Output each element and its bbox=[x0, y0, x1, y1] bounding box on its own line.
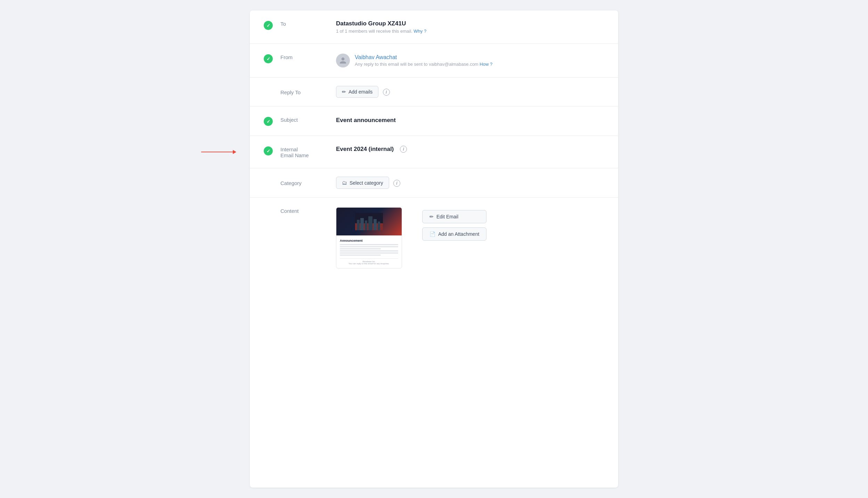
from-label: From bbox=[280, 54, 336, 60]
content-area: Announcement Almabase Inc. You can reply… bbox=[336, 207, 604, 268]
arrow-line bbox=[201, 152, 236, 152]
subject-content: Event announcement bbox=[336, 116, 604, 124]
attachment-icon: 📄 bbox=[429, 231, 435, 237]
from-info: Vaibhav Awachat Any reply to this email … bbox=[355, 54, 492, 67]
preview-text-line-2 bbox=[340, 246, 398, 247]
category-content: 🗂 Select category i bbox=[336, 177, 604, 189]
from-row: ✓ From Vaibhav Awachat Any reply to this… bbox=[250, 44, 618, 78]
how-link[interactable]: How ? bbox=[480, 62, 492, 67]
internal-email-value: Event 2024 (internal) i bbox=[336, 146, 407, 153]
to-group-name: Datastudio Group XZ41U bbox=[336, 20, 604, 27]
svg-rect-4 bbox=[365, 220, 367, 230]
reply-to-content: ✏ Add emails i bbox=[336, 86, 604, 98]
from-content: Vaibhav Awachat Any reply to this email … bbox=[336, 54, 604, 67]
category-row: Category 🗂 Select category i bbox=[250, 168, 618, 198]
preview-text-line-1 bbox=[340, 244, 398, 245]
email-preview: Announcement Almabase Inc. You can reply… bbox=[336, 207, 402, 268]
reply-to-info-icon[interactable]: i bbox=[383, 89, 390, 96]
to-check: ✓ bbox=[264, 20, 280, 30]
to-members-text: 1 of 1 members will receive this email. … bbox=[336, 29, 604, 34]
preview-footer: Almabase Inc. You can reply to this emai… bbox=[340, 258, 398, 265]
to-row: ✓ To Datastudio Group XZ41U 1 of 1 membe… bbox=[250, 10, 618, 44]
internal-label-line1: Internal bbox=[280, 146, 298, 152]
add-attachment-label: Add an Attachment bbox=[438, 231, 479, 237]
category-info-icon[interactable]: i bbox=[393, 180, 400, 187]
email-form: ✓ To Datastudio Group XZ41U 1 of 1 membe… bbox=[250, 10, 618, 488]
select-category-button[interactable]: 🗂 Select category bbox=[336, 177, 389, 189]
content-row: Content Announ bbox=[250, 198, 618, 278]
internal-email-info-icon[interactable]: i bbox=[400, 146, 407, 153]
edit-email-button[interactable]: ✏ Edit Email bbox=[422, 210, 486, 223]
pencil-icon: ✏ bbox=[342, 89, 346, 95]
internal-email-name-text: Event 2024 (internal) bbox=[336, 146, 394, 153]
subject-check: ✓ bbox=[264, 116, 280, 126]
email-preview-body: Announcement Almabase Inc. You can reply… bbox=[336, 235, 402, 268]
edit-icon: ✏ bbox=[429, 214, 434, 219]
svg-rect-5 bbox=[368, 216, 372, 230]
to-content: Datastudio Group XZ41U 1 of 1 members wi… bbox=[336, 20, 604, 34]
internal-email-name-row: ✓ Internal Email Name Event 2024 (intern… bbox=[250, 136, 618, 168]
reply-description: Any reply to this email will be sent to … bbox=[355, 62, 478, 67]
content-actions: ✏ Edit Email 📄 Add an Attachment bbox=[422, 207, 486, 241]
email-preview-image bbox=[336, 208, 402, 235]
preview-text-line-5 bbox=[340, 252, 398, 254]
folder-icon: 🗂 bbox=[342, 180, 347, 186]
preview-title: Announcement bbox=[340, 239, 398, 242]
subject-value: Event announcement bbox=[336, 116, 604, 124]
to-check-icon: ✓ bbox=[264, 21, 273, 30]
arrow-annotation bbox=[201, 152, 236, 152]
from-reply-text: Any reply to this email will be sent to … bbox=[355, 62, 492, 67]
subject-label: Subject bbox=[280, 116, 336, 123]
add-attachment-button[interactable]: 📄 Add an Attachment bbox=[422, 227, 486, 241]
reply-to-row: Reply To ✏ Add emails i bbox=[250, 78, 618, 106]
to-members-count: 1 of 1 members will receive this email. bbox=[336, 29, 412, 34]
preview-text-line-4 bbox=[340, 250, 398, 251]
internal-label-line2: Email Name bbox=[280, 152, 309, 158]
svg-rect-3 bbox=[360, 218, 364, 230]
svg-rect-7 bbox=[378, 222, 380, 230]
reply-to-label: Reply To bbox=[280, 89, 336, 95]
svg-rect-6 bbox=[374, 219, 377, 230]
sender-name[interactable]: Vaibhav Awachat bbox=[355, 54, 492, 61]
add-emails-label: Add emails bbox=[349, 89, 372, 95]
internal-check: ✓ bbox=[264, 146, 280, 155]
content-label: Content bbox=[280, 207, 336, 214]
from-check-icon: ✓ bbox=[264, 54, 273, 63]
sender-avatar bbox=[336, 54, 350, 67]
internal-check-icon: ✓ bbox=[264, 146, 273, 155]
subject-check-icon: ✓ bbox=[264, 117, 273, 126]
add-emails-button[interactable]: ✏ Add emails bbox=[336, 86, 378, 98]
preview-footer-line2: You can reply to this email for any enqu… bbox=[340, 263, 398, 265]
from-details: Vaibhav Awachat Any reply to this email … bbox=[336, 54, 604, 67]
preview-text-line-6 bbox=[340, 255, 381, 256]
preview-text-line-3 bbox=[340, 248, 381, 249]
internal-email-content: Event 2024 (internal) i bbox=[336, 146, 604, 153]
internal-email-label: Internal Email Name bbox=[280, 146, 336, 158]
to-label: To bbox=[280, 20, 336, 27]
why-link[interactable]: Why ? bbox=[413, 29, 426, 34]
select-category-label: Select category bbox=[350, 180, 383, 186]
edit-email-label: Edit Email bbox=[436, 214, 458, 219]
svg-rect-2 bbox=[357, 220, 360, 230]
subject-row: ✓ Subject Event announcement bbox=[250, 106, 618, 136]
category-label: Category bbox=[280, 179, 336, 186]
from-check: ✓ bbox=[264, 54, 280, 63]
